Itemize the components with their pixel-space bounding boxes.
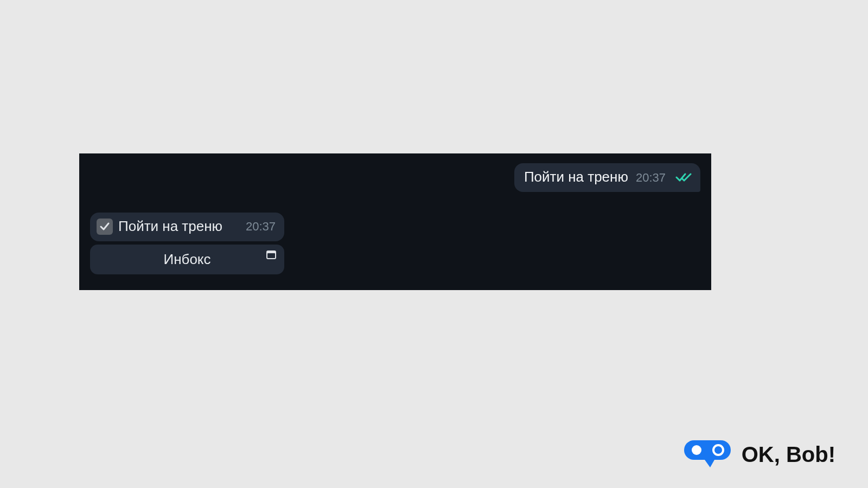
window-icon — [266, 250, 277, 262]
brand-text: OK, Bob! — [742, 442, 835, 467]
outgoing-message-time: 20:37 — [636, 171, 666, 185]
inbox-button[interactable]: Инбокс — [90, 245, 284, 274]
read-ticks-icon — [675, 172, 692, 185]
outgoing-message-text: Пойти на треню — [524, 169, 628, 185]
task-item-bubble[interactable]: Пойти на треню 20:37 — [90, 213, 284, 241]
checkmark-icon — [99, 221, 110, 232]
svg-rect-1 — [267, 253, 275, 258]
footer-brand: OK, Bob! — [683, 437, 835, 472]
outgoing-message-row: Пойти на треню 20:37 — [90, 163, 700, 192]
chat-window: Пойти на треню 20:37 Пойти на треню 20:3… — [79, 153, 711, 290]
brand-logo-icon — [683, 437, 732, 472]
task-checkbox[interactable] — [97, 219, 113, 235]
inbox-button-label: Инбокс — [163, 251, 210, 268]
incoming-stack-row: Пойти на треню 20:37 Инбокс — [90, 213, 700, 274]
task-stack: Пойти на треню 20:37 Инбокс — [90, 213, 284, 274]
svg-point-3 — [692, 445, 701, 455]
task-item-time: 20:37 — [246, 220, 276, 234]
task-item-text: Пойти на треню — [118, 218, 222, 235]
outgoing-message-bubble[interactable]: Пойти на треню 20:37 — [514, 163, 700, 192]
